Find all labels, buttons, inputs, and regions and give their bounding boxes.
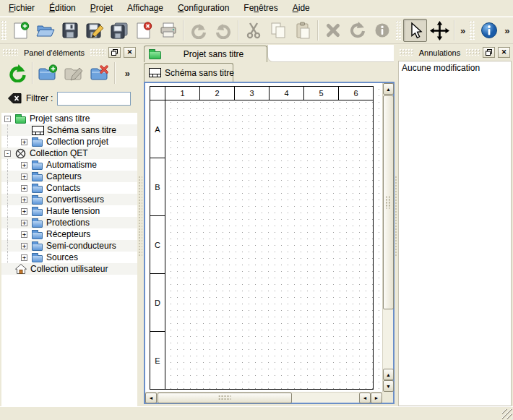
vertical-scroll-thumb[interactable] (383, 95, 394, 309)
delete-x-icon (324, 22, 342, 39)
printer-icon (160, 22, 177, 38)
row-label-E: E (150, 331, 165, 390)
tree-item-collection-qet[interactable]: -Collection QET (1, 147, 137, 159)
clear-filter-icon[interactable] (7, 93, 22, 104)
close-panel-button[interactable]: ✕ (498, 47, 510, 58)
horizontal-scrollbar[interactable]: ◄ ◄ ► (145, 392, 382, 403)
toolbar-drag-handle[interactable] (396, 21, 402, 40)
tree-item-automatisme[interactable]: +Automatisme (1, 159, 137, 171)
copy-button[interactable] (266, 19, 290, 43)
toolbar-drag-handle[interactable] (1, 21, 7, 40)
scroll-right-button[interactable]: ► (371, 393, 382, 403)
menu-fenetres[interactable]: Fenêtres (236, 1, 285, 15)
rotate-button[interactable] (345, 19, 370, 43)
schema-tab[interactable]: Schéma sans titre (144, 63, 233, 82)
tree-item-contacts[interactable]: +Contacts (1, 182, 137, 194)
print-button[interactable] (156, 19, 181, 43)
tree-item-recepteurs[interactable]: +Récepteurs (1, 228, 137, 240)
expand-expander[interactable]: + (21, 231, 27, 238)
save-as-button[interactable] (82, 19, 107, 43)
redo-icon (215, 22, 232, 39)
open-project-button[interactable] (33, 19, 58, 43)
close-panel-button[interactable]: ✕ (124, 47, 136, 58)
tree-item-semi-conducteurs[interactable]: +Semi-conducteurs (1, 240, 137, 252)
toolbar-drag-handle[interactable] (470, 21, 475, 40)
undo-button[interactable] (186, 19, 211, 43)
expand-expander[interactable]: + (21, 208, 27, 215)
tree-item-sources[interactable]: +Sources (1, 252, 137, 263)
scroll-left-button-2[interactable]: ◄ (359, 393, 371, 403)
scroll-down-button[interactable]: ▼ (383, 380, 394, 392)
expand-expander[interactable]: + (21, 162, 27, 168)
new-category-button[interactable] (35, 61, 61, 85)
toolbar-overflow-chevron[interactable]: » (501, 25, 512, 36)
scroll-up-button[interactable]: ▲ (383, 83, 394, 95)
toolbar-separator (114, 62, 116, 84)
close-file-button[interactable] (132, 19, 156, 43)
undo-list-item[interactable]: Aucune modification (399, 61, 511, 74)
left-splitter[interactable] (138, 46, 143, 406)
expand-expander[interactable]: + (21, 254, 27, 261)
toolbar-overflow-chevron[interactable]: » (457, 25, 468, 36)
page-corner-cell (150, 86, 165, 100)
menu-projet[interactable]: Projet (83, 1, 120, 15)
delete-button[interactable] (321, 19, 345, 43)
scroll-left-button[interactable]: ◄ (145, 393, 157, 403)
tree-item-collection-projet[interactable]: +Collection projet (1, 136, 137, 147)
menu-configuration[interactable]: Configuration (171, 1, 236, 15)
tree-item-label: Automatisme (46, 160, 97, 170)
tree-item-schema-sans-titre[interactable]: Schéma sans titre (1, 124, 137, 136)
new-project-button[interactable] (9, 19, 33, 43)
scroll-up-button-2[interactable]: ▲ (383, 369, 394, 380)
edit-category-button[interactable] (61, 61, 87, 85)
tree-item-collection-utilisateur[interactable]: Collection utilisateur (1, 263, 137, 275)
save-button[interactable] (58, 19, 82, 43)
collapse-expander[interactable]: - (4, 150, 11, 157)
paste-button[interactable] (290, 19, 315, 43)
expand-expander[interactable]: + (21, 197, 27, 203)
tree-item-convertisseurs[interactable]: +Convertisseurs (1, 194, 137, 205)
move-tool-button[interactable] (427, 19, 452, 43)
info-disabled-button[interactable] (370, 19, 395, 43)
collapse-expander[interactable]: - (4, 116, 11, 122)
menu-fichier[interactable]: Fichier (1, 1, 42, 15)
rotate-icon (350, 22, 366, 39)
float-panel-button[interactable] (108, 47, 121, 58)
diagram-info-button[interactable] (477, 19, 501, 43)
folder-icon (32, 220, 43, 228)
undo-panel-titlebar[interactable]: Annulations ✕ (398, 46, 512, 59)
project-tab[interactable]: Projet sans titre (144, 46, 267, 62)
expand-expander[interactable]: + (21, 185, 27, 192)
filter-input[interactable] (57, 92, 131, 106)
tree-item-capteurs[interactable]: +Capteurs (1, 171, 137, 182)
elements-panel-titlebar[interactable]: Panel d'éléments ✕ (1, 46, 137, 59)
horizontal-scroll-thumb[interactable] (158, 393, 292, 403)
menu-affichage[interactable]: Affichage (120, 1, 171, 15)
expand-expander[interactable]: + (21, 220, 27, 226)
save-all-button[interactable] (107, 19, 132, 43)
delete-category-button[interactable] (87, 61, 113, 85)
toolbar-separator (238, 20, 239, 40)
float-panel-button[interactable] (483, 47, 495, 58)
menu-edition[interactable]: Édition (42, 1, 83, 15)
reload-collections-button[interactable] (4, 61, 30, 85)
resize-grip[interactable] (502, 409, 512, 419)
tree-item-protections[interactable]: +Protections (1, 217, 137, 228)
redo-button[interactable] (211, 19, 236, 43)
elements-panel-toolbar: » (1, 59, 137, 87)
expand-expander[interactable]: + (21, 243, 27, 249)
menu-aide[interactable]: Aide (285, 1, 317, 15)
select-tool-button[interactable] (403, 19, 427, 42)
expand-expander[interactable]: + (21, 139, 27, 145)
undo-list[interactable]: Aucune modification (398, 61, 512, 406)
expand-expander[interactable]: + (21, 173, 27, 180)
cut-button[interactable] (241, 19, 266, 43)
tree-item-projet-sans-titre[interactable]: -Projet sans titre (1, 113, 137, 124)
tree-item-haute-tension[interactable]: +Haute tension (1, 205, 137, 217)
diagram-canvas[interactable]: 123456ABCDE (145, 83, 382, 392)
project-tabbar-empty (267, 45, 394, 62)
scissors-icon (246, 22, 262, 39)
project-folder-icon (15, 116, 26, 124)
vertical-scrollbar[interactable]: ▲ ▲ ▼ (382, 83, 393, 392)
panel-toolbar-overflow-chevron[interactable]: » (122, 68, 133, 79)
